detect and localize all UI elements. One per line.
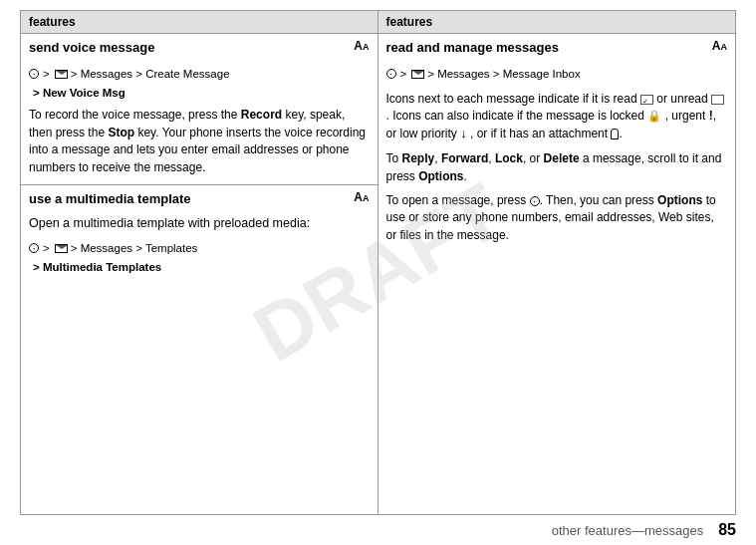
multimedia-title: use a multimedia template AA: [21, 185, 378, 210]
nav-bullet-1: ·: [29, 69, 39, 79]
options-label-1: Options: [418, 169, 463, 183]
forward-label: Forward: [441, 151, 488, 165]
right-features-header: features: [378, 11, 736, 34]
arrow-3: >: [400, 66, 407, 83]
nav-line-2: > New Voice Msg: [29, 85, 370, 102]
icons-para: Icons next to each message indicate if i…: [386, 91, 728, 144]
delete-label: Delete: [544, 151, 580, 165]
right-column: features read and manage messages AA · >: [378, 11, 736, 514]
send-voice-label: send voice message: [29, 40, 154, 55]
reply-label: Reply: [402, 151, 435, 165]
arrow-1: >: [43, 66, 50, 83]
read-icon: ✓: [640, 95, 653, 105]
read-manage-content: · > > Messages > Message Inbox Icons nex…: [378, 59, 736, 252]
messages-icon-3: [411, 70, 424, 79]
reply-para: To Reply, Forward, Lock, or Delete a mes…: [386, 150, 728, 185]
read-manage-section: read and manage messages AA · > > Messag…: [378, 34, 736, 252]
bottom-label: other features—messages: [552, 523, 703, 538]
page-number: 85: [718, 521, 736, 539]
nav-path-5: > Messages > Message Inbox: [427, 66, 580, 83]
record-key: Record: [241, 108, 282, 122]
stop-key: Stop: [108, 126, 134, 139]
multimedia-label: use a multimedia template: [29, 191, 191, 206]
read-manage-label: read and manage messages: [386, 40, 559, 55]
nav-line-3: · > > Messages > Templates: [29, 237, 370, 259]
send-voice-body: To record the voice message, press the R…: [29, 107, 370, 176]
nav-line-5: · > > Messages > Message Inbox: [386, 63, 728, 85]
nav-line-1: · > > Messages > Create Message: [29, 63, 370, 85]
attachment-icon: [611, 129, 619, 139]
unread-icon: [711, 95, 724, 105]
accessibility-icon-2: AA: [354, 191, 369, 203]
main-content: features send voice message AA · >: [20, 10, 736, 515]
send-voice-content: · > > Messages > Create Message > New Vo…: [21, 59, 378, 184]
nav-path-1: > Messages > Create Message: [71, 66, 230, 83]
options-label-2: Options: [657, 193, 702, 207]
left-features-header: features: [21, 11, 378, 34]
arrow-2: >: [43, 240, 50, 257]
multimedia-intro: Open a multimedia template with preloade…: [29, 214, 370, 232]
read-manage-title: read and manage messages AA: [378, 34, 736, 59]
nav-bullet-4: ·: [530, 196, 540, 206]
urgent-label: !: [709, 109, 713, 123]
accessibility-icon-3: AA: [712, 40, 727, 52]
send-voice-section: send voice message AA · > > Messages > C…: [21, 34, 378, 185]
accessibility-icon-1: AA: [354, 40, 369, 52]
nav-line-4: > Multimedia Templates: [29, 259, 370, 276]
nav-bullet-3: ·: [386, 69, 396, 79]
low-priority-icon: ↓: [460, 126, 467, 140]
nav-bullet-2: ·: [29, 243, 39, 253]
send-voice-title: send voice message AA: [21, 34, 378, 59]
nav-path-3: > Messages > Templates: [71, 240, 198, 257]
left-column: features send voice message AA · >: [21, 11, 378, 514]
bottom-bar: other features—messages 85: [0, 515, 756, 545]
open-para: To open a message, press ·. Then, you ca…: [386, 192, 728, 244]
messages-icon-2: [55, 244, 68, 253]
multimedia-template-section: use a multimedia template AA Open a mult…: [21, 185, 378, 283]
multimedia-content: Open a multimedia template with preloade…: [21, 210, 378, 283]
messages-icon-1: [55, 70, 68, 79]
page: DRAFT features send voice message AA: [0, 0, 756, 545]
lock-label: Lock: [495, 151, 523, 165]
lock-icon: 🔒: [647, 109, 661, 125]
